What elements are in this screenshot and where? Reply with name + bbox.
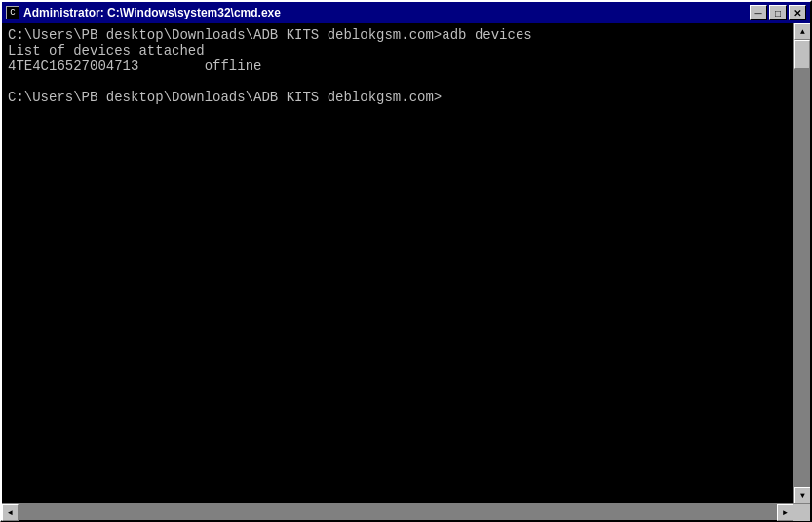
- close-button[interactable]: ✕: [789, 5, 806, 20]
- hscroll-track[interactable]: [19, 504, 777, 520]
- scroll-right-button[interactable]: ►: [777, 504, 793, 521]
- window-content: C:\Users\PB desktop\Downloads\ADB KITS d…: [2, 23, 810, 503]
- scroll-thumb[interactable]: [794, 40, 810, 69]
- scroll-left-button[interactable]: ◄: [2, 504, 19, 521]
- terminal-output[interactable]: C:\Users\PB desktop\Downloads\ADB KITS d…: [2, 23, 793, 503]
- horizontal-scrollbar: ◄ ►: [2, 503, 810, 520]
- scroll-up-button[interactable]: ▲: [794, 23, 810, 40]
- minimize-button[interactable]: ─: [750, 5, 767, 20]
- window-icon: C: [6, 6, 19, 19]
- title-bar: C Administrator: C:\Windows\system32\cmd…: [2, 2, 810, 23]
- maximize-button[interactable]: □: [769, 5, 787, 20]
- scroll-down-button[interactable]: ▼: [794, 487, 810, 503]
- vertical-scrollbar: ▲ ▼: [793, 23, 810, 503]
- window-title: Administrator: C:\Windows\system32\cmd.e…: [23, 6, 281, 19]
- title-bar-left: C Administrator: C:\Windows\system32\cmd…: [6, 6, 281, 19]
- scroll-track[interactable]: [794, 40, 810, 487]
- cmd-window: C Administrator: C:\Windows\system32\cmd…: [0, 0, 812, 522]
- scrollbar-corner: [793, 504, 810, 521]
- title-bar-buttons: ─ □ ✕: [750, 5, 806, 20]
